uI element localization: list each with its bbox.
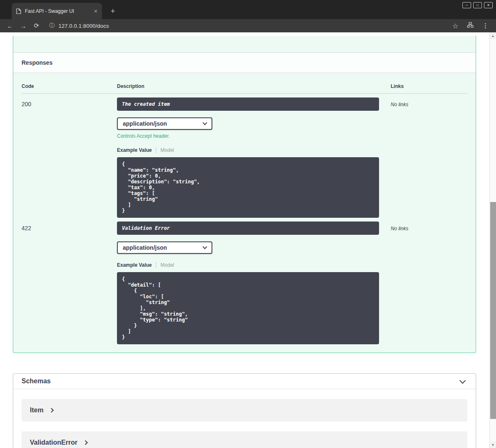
schemas-section: Schemas Item ValidationError (13, 373, 476, 448)
window-controls: ─ □ ✕ (462, 2, 493, 8)
example-json-block: { "detail": [ { "loc": [ "string" ], "ms… (117, 272, 379, 344)
response-description: The created item (117, 97, 379, 111)
back-icon[interactable]: ← (5, 22, 15, 29)
tab-separator (156, 147, 156, 153)
close-button[interactable]: ✕ (484, 2, 493, 8)
responses-header: Responses (13, 53, 476, 73)
tab-example-value[interactable]: Example Value (117, 262, 152, 268)
media-type-value: application/json (123, 120, 167, 127)
site-info-icon[interactable]: ⓘ (49, 22, 55, 29)
model-name: ValidationError (30, 439, 78, 446)
chevron-down-icon[interactable] (460, 377, 466, 384)
responses-table-header: Code Description Links (22, 73, 467, 94)
media-type-select[interactable]: application/json (117, 241, 212, 254)
responses-table: Code Description Links 200 The created i… (13, 73, 476, 353)
media-type-value: application/json (123, 244, 167, 251)
response-row-200: 200 The created item application/json Co… (22, 94, 467, 218)
chevron-down-icon (202, 120, 207, 125)
response-code: 422 (22, 222, 117, 344)
response-links: No links (391, 97, 468, 218)
tab-title: Fast API - Swagger UI (25, 8, 90, 14)
response-description: Validation Error (117, 222, 379, 235)
tab-example-value[interactable]: Example Value (117, 147, 152, 153)
example-model-tabs: Example Value Model (117, 147, 391, 153)
response-description-cell: The created item application/json Contro… (117, 97, 391, 218)
page-icon (16, 8, 21, 14)
page-viewport: Responses Code Description Links 200 The… (0, 32, 496, 448)
model-row-item[interactable]: Item (22, 399, 467, 421)
tab-separator (156, 262, 156, 268)
chevron-right-icon (83, 440, 88, 445)
links-column-header: Links (391, 83, 468, 89)
browser-tab[interactable]: Fast API - Swagger UI × (12, 3, 102, 19)
model-name: Item (30, 407, 44, 414)
response-row-422: 422 Validation Error application/json Ex… (22, 218, 467, 344)
address-bar[interactable]: ⓘ 127.0.0.1:8000/docs (49, 22, 452, 29)
schemas-models: Item ValidationError (13, 389, 476, 448)
toolbar-actions: ☆ ⋮ (452, 22, 489, 30)
bookmark-star-icon[interactable]: ☆ (452, 22, 458, 30)
description-column-header: Description (117, 83, 391, 89)
schemas-heading: Schemas (22, 377, 51, 385)
example-json-block: { "name": "string", "price": 0, "descrip… (117, 157, 379, 218)
model-row-validation-error[interactable]: ValidationError (22, 431, 467, 448)
sitemap-icon[interactable] (467, 22, 474, 29)
window-titlebar: Fast API - Swagger UI × + ─ □ ✕ (0, 0, 496, 19)
response-code: 200 (22, 97, 117, 218)
forward-icon[interactable]: → (19, 22, 28, 29)
new-tab-button[interactable]: + (107, 5, 119, 17)
code-column-header: Code (22, 83, 117, 89)
chevron-right-icon (49, 408, 53, 412)
scrollbar[interactable]: ▲ ▼ (489, 32, 496, 448)
example-model-tabs: Example Value Model (117, 262, 391, 268)
maximize-button[interactable]: □ (473, 2, 482, 8)
response-description-cell: Validation Error application/json Exampl… (117, 222, 391, 344)
scroll-up-button[interactable]: ▲ (490, 32, 496, 39)
responses-heading: Responses (22, 59, 467, 66)
minimize-button[interactable]: ─ (462, 2, 471, 8)
response-links: No links (391, 222, 468, 344)
tab-close-icon[interactable]: × (94, 8, 97, 14)
scroll-down-button[interactable]: ▼ (490, 441, 496, 448)
url-text[interactable]: 127.0.0.1:8000/docs (58, 23, 109, 29)
tab-model[interactable]: Model (160, 262, 174, 268)
swagger-page: Responses Code Description Links 200 The… (0, 36, 489, 448)
chevron-down-icon (202, 244, 207, 249)
media-type-select[interactable]: application/json (117, 117, 212, 130)
browser-toolbar: ← → ⟳ ⓘ 127.0.0.1:8000/docs ☆ ⋮ (0, 19, 496, 32)
opblock-divider (13, 36, 476, 53)
schemas-header[interactable]: Schemas (13, 374, 476, 389)
reload-icon[interactable]: ⟳ (32, 22, 41, 29)
scroll-thumb[interactable] (490, 202, 496, 419)
browser-menu-icon[interactable]: ⋮ (482, 22, 489, 29)
responses-section: Responses Code Description Links 200 The… (13, 36, 476, 353)
controls-accept-note: Controls Accept header. (117, 133, 391, 139)
tab-model[interactable]: Model (160, 147, 174, 153)
